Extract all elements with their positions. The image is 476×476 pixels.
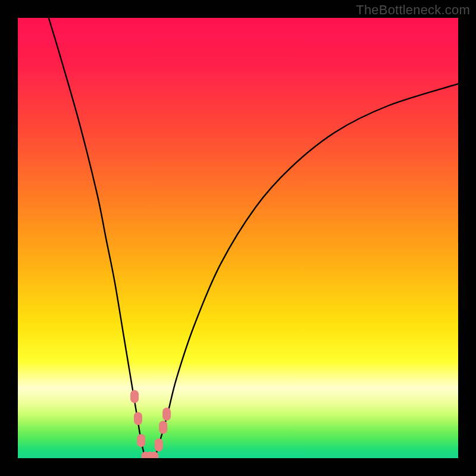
curve-marker — [159, 421, 167, 434]
plot-area — [18, 18, 458, 458]
curve-svg — [18, 18, 458, 458]
chart-frame: TheBottleneck.com — [0, 0, 476, 476]
bottleneck-curve — [49, 18, 458, 458]
curve-marker — [137, 434, 145, 447]
watermark-text: TheBottleneck.com — [356, 2, 470, 18]
marker-group — [130, 390, 171, 458]
curve-marker — [162, 408, 171, 421]
curve-marker — [130, 390, 139, 403]
curve-marker — [134, 412, 142, 425]
curve-marker — [155, 439, 163, 452]
